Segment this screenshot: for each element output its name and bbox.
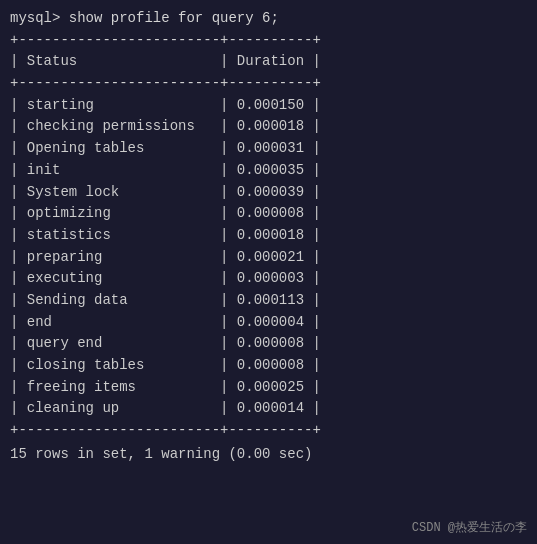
table-row: | query end | 0.000008 | (10, 333, 527, 355)
table-row: | executing | 0.000003 | (10, 268, 527, 290)
table-header: | Status | Duration | (10, 51, 527, 73)
table-row: | init | 0.000035 | (10, 160, 527, 182)
table-row: | statistics | 0.000018 | (10, 225, 527, 247)
table-row: | checking permissions | 0.000018 | (10, 116, 527, 138)
table-row: | Sending data | 0.000113 | (10, 290, 527, 312)
summary-line: 15 rows in set, 1 warning (0.00 sec) (10, 444, 527, 466)
table-row: | optimizing | 0.000008 | (10, 203, 527, 225)
table-row: | closing tables | 0.000008 | (10, 355, 527, 377)
table-row: | freeing items | 0.000025 | (10, 377, 527, 399)
watermark: CSDN @热爱生活の李 (412, 519, 527, 536)
separator-mid: +------------------------+----------+ (10, 73, 527, 95)
table-row: | starting | 0.000150 | (10, 95, 527, 117)
table-row: | preparing | 0.000021 | (10, 247, 527, 269)
separator-top: +------------------------+----------+ (10, 30, 527, 52)
table-row: | cleaning up | 0.000014 | (10, 398, 527, 420)
table-row: | System lock | 0.000039 | (10, 182, 527, 204)
terminal-window: mysql> show profile for query 6; +------… (0, 0, 537, 544)
table-row: | Opening tables | 0.000031 | (10, 138, 527, 160)
separator-bottom: +------------------------+----------+ (10, 420, 527, 442)
table-row: | end | 0.000004 | (10, 312, 527, 334)
command-line: mysql> show profile for query 6; (10, 8, 527, 30)
